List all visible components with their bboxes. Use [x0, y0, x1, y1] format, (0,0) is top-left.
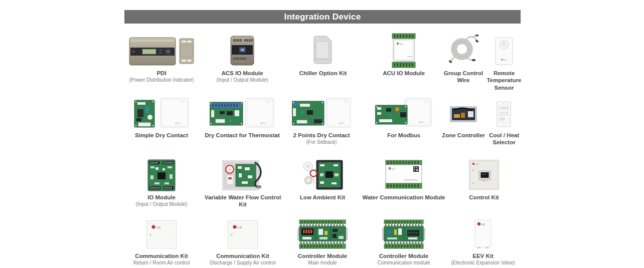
product-image-zone — [281, 216, 364, 251]
product-name: Water Communication Module — [362, 194, 445, 201]
product-item-two-points-dry-contact: 2 Points Dry Contact(For Setback) — [284, 93, 359, 145]
product-subname: (Power Distribution Indicator) — [129, 77, 194, 83]
product-name: Group Control Wire — [440, 70, 487, 84]
product-item-acu-io-module: LGACU IO Module — [366, 30, 441, 77]
product-subname: Return / Room Air control — [133, 260, 190, 266]
low-ambient-kit-image — [301, 159, 344, 190]
product-name: Remote Temperature Sensor — [483, 70, 525, 91]
product-image-zone — [440, 30, 487, 68]
product-item-control-kit: LGControl Kit — [451, 155, 517, 201]
product-subname: (Input / Output Module) — [136, 201, 188, 207]
product-item-remote-temperature-sensor: LGRemote Temperature Sensor — [483, 30, 525, 92]
product-item-modbus: For Modbus — [366, 93, 442, 139]
zone-controller-image — [450, 106, 477, 122]
product-image-zone — [119, 30, 204, 68]
product-item-communication-kit-return: LGCommunication KitReturn / Room Air con… — [119, 216, 204, 266]
product-name: Cool / Heat Selector — [482, 132, 526, 146]
product-name: Variable Water Flow Control Kit — [203, 194, 283, 208]
product-item-group-control-wire: Group Control Wire — [440, 30, 487, 85]
product-item-controller-module-communication: Controller ModuleCommunication module — [361, 216, 447, 266]
remote-temperature-sensor-image: LG — [494, 37, 514, 66]
product-name: Communication Kit — [216, 252, 269, 259]
section-title: Integration Device — [284, 12, 361, 22]
product-image-zone — [202, 30, 282, 68]
svg-text:LG: LG — [481, 223, 486, 226]
product-name: Chiller Option Kit — [299, 70, 347, 77]
product-subname: Main module — [308, 260, 337, 266]
product-image-zone — [284, 93, 359, 130]
product-name: EEV Kit — [472, 252, 494, 259]
pdi-image — [128, 35, 195, 67]
acs-io-module-image — [229, 35, 255, 66]
product-image-zone — [440, 93, 487, 130]
product-subname: Communication module — [377, 260, 430, 266]
product-item-eev-kit: LGEEV Kit(Electronic Expansion Valve) — [440, 216, 526, 266]
product-image-zone: LG — [197, 216, 289, 251]
product-item-controller-module-main: Controller ModuleMain module — [281, 216, 364, 266]
product-item-communication-kit-discharge: LGCommunication KitDischarge / Supply Ai… — [197, 216, 289, 266]
water-communication-module-image: LG — [384, 159, 423, 189]
product-image-zone — [281, 155, 364, 192]
control-kit-image: LG — [468, 159, 500, 190]
dry-contact-thermostat-image — [210, 97, 275, 129]
svg-text:LG: LG — [504, 59, 507, 62]
product-name: ACS IO Module — [221, 70, 263, 77]
product-image-zone: LG — [119, 216, 204, 251]
product-subname: (For Setback) — [306, 139, 337, 145]
product-name: Controller Module — [298, 252, 347, 259]
product-name: IO Module — [147, 194, 176, 201]
product-item-dry-contact-thermostat: Dry Contact for Thermostat — [196, 93, 288, 139]
product-image-zone — [361, 216, 447, 251]
group-control-wire-image — [448, 34, 479, 64]
product-name: Control Kit — [469, 194, 499, 201]
product-name: Dry Contact for Thermostat — [205, 132, 280, 139]
product-item-pdi: PDI(Power Distribution Indicator) — [119, 30, 204, 83]
product-item-low-ambient-kit: Low Ambient Kit — [281, 155, 364, 201]
svg-text:LG: LG — [238, 226, 242, 229]
product-name: PDI — [156, 70, 166, 77]
product-image-zone: LG — [366, 30, 441, 68]
product-item-simple-dry-contact: Simple Dry Contact — [124, 93, 199, 139]
variable-water-flow-control-kit-image — [222, 158, 264, 191]
product-image-zone: LG — [483, 30, 525, 68]
product-image-zone — [203, 155, 283, 192]
product-name: Communication Kit — [135, 252, 188, 259]
product-item-chiller-option-kit: Chiller Option Kit — [285, 30, 361, 77]
product-image-zone: LG — [451, 155, 517, 192]
product-image-zone — [482, 93, 526, 130]
product-image-zone: LG — [440, 216, 526, 251]
svg-text:LG: LG — [156, 226, 161, 229]
svg-text:LG: LG — [400, 43, 403, 46]
product-name: For Modbus — [387, 132, 420, 139]
controller-module-main-image — [297, 219, 348, 250]
integration-device-page: Integration Device PDI(Power Distributio… — [0, 0, 644, 268]
svg-text:LG: LG — [475, 163, 479, 166]
simple-dry-contact-image — [133, 96, 190, 129]
section-header: Integration Device — [124, 10, 521, 24]
product-item-acs-io-module: ACS IO Module(Input / Output Module) — [202, 30, 282, 83]
chiller-option-kit-image — [311, 35, 335, 65]
product-item-cool-heat-selector: Cool / Heat Selector — [482, 93, 526, 147]
product-name: Low Ambient Kit — [300, 194, 345, 201]
modbus-image — [375, 97, 432, 128]
product-name: Controller Module — [379, 252, 428, 259]
cool-heat-selector-image — [496, 101, 512, 127]
io-module-image — [147, 159, 176, 191]
svg-text:LG: LG — [392, 167, 395, 170]
acu-io-module-image: LG — [390, 33, 417, 68]
product-image-zone — [366, 93, 442, 130]
product-name: Zone Controller — [442, 132, 485, 139]
controller-module-communication-image — [382, 219, 425, 250]
product-image-zone — [124, 93, 199, 130]
eev-kit-image: LG — [473, 219, 493, 250]
product-item-zone-controller: Zone Controller — [440, 93, 487, 139]
product-item-variable-water-flow-control-kit: Variable Water Flow Control Kit — [203, 155, 283, 209]
product-image-zone — [285, 30, 361, 68]
two-points-dry-contact-image — [292, 97, 351, 129]
communication-kit-return-image: LG — [146, 220, 177, 249]
product-name: 2 Points Dry Contact — [293, 132, 350, 139]
product-image-zone — [121, 155, 202, 192]
product-name: Simple Dry Contact — [135, 132, 188, 139]
product-item-water-communication-module: LGWater Communication Module — [354, 155, 454, 201]
product-subname: (Electronic Expansion Valve) — [451, 260, 515, 266]
